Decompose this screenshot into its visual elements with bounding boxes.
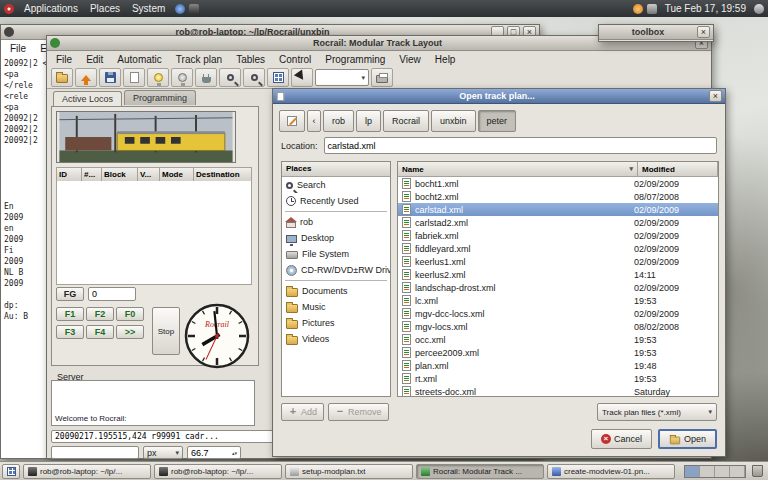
file-row[interactable]: mgv-locs.xml08/02/2008 <box>398 320 718 333</box>
workspace-2[interactable] <box>700 466 715 477</box>
zoom-out-button[interactable] <box>243 68 265 87</box>
loco-column-block[interactable]: Block <box>102 167 138 182</box>
power-off-button[interactable] <box>171 68 193 87</box>
open-track-plan-dialog[interactable]: Open track plan... × ‹ roblpRocrailunxbi… <box>272 88 726 457</box>
file-row[interactable]: carlstad.xml02/09/2009 <box>398 203 718 216</box>
save-button[interactable] <box>99 68 121 87</box>
place-item-search[interactable]: Search <box>282 177 390 193</box>
terminal-launcher-icon[interactable] <box>189 4 199 14</box>
f0-button[interactable]: F0 <box>116 307 144 321</box>
zoom-in-button[interactable] <box>219 68 241 87</box>
menu-automatic[interactable]: Automatic <box>110 53 168 66</box>
file-row[interactable]: landschap-drost.xml02/09/2009 <box>398 281 718 294</box>
task-button-setup-modplan-txt[interactable]: setup-modplan.txt <box>285 464 413 479</box>
type-filename-toggle[interactable] <box>279 110 305 132</box>
cancel-button[interactable]: ×Cancel <box>591 429 652 449</box>
loco-table-body[interactable] <box>56 181 252 285</box>
panel-menu-places[interactable]: Places <box>84 2 126 15</box>
loco-column-mode[interactable]: Mode <box>160 167 194 182</box>
f2-button[interactable]: F2 <box>86 307 114 321</box>
place-item-pictures[interactable]: Pictures <box>282 315 390 331</box>
column-header-modified[interactable]: Modified <box>638 162 718 177</box>
power-on-button[interactable] <box>147 68 169 87</box>
upload-button[interactable] <box>75 68 97 87</box>
task-button-create-modview-01-pn[interactable]: create-modview-01.pn... <box>547 464 675 479</box>
column-header-name[interactable]: Name ▾ <box>398 162 638 177</box>
loco-column-v[interactable]: V... <box>138 167 160 182</box>
path-button-rob[interactable]: rob <box>323 110 354 132</box>
trash-icon[interactable] <box>752 465 763 477</box>
new-plan-button[interactable] <box>123 68 145 87</box>
place-item-videos[interactable]: Videos <box>282 331 390 347</box>
workspace-3[interactable] <box>715 466 730 477</box>
menu-file[interactable]: File <box>49 53 79 66</box>
update-notifier-icon[interactable] <box>633 4 643 14</box>
workspace-1[interactable] <box>685 466 700 477</box>
spinner-arrows-icon[interactable]: ▴▾ <box>232 451 237 455</box>
tab-programming[interactable]: Programming <box>124 90 196 105</box>
place-item-cd-rw-dvd-rw-drive[interactable]: CD-RW/DVD±RW Drive <box>282 262 390 278</box>
zoom-spinner[interactable]: 66.7 ▴▾ <box>187 446 241 459</box>
toolbox-titlebar[interactable]: toolbox × <box>599 25 713 40</box>
place-item-music[interactable]: Music <box>282 299 390 315</box>
toolbox-window[interactable]: toolbox × <box>598 24 714 42</box>
connect-button[interactable] <box>195 68 217 87</box>
loco-column-destination[interactable]: Destination <box>194 167 252 182</box>
path-button-lp[interactable]: lp <box>356 110 381 132</box>
browser-launcher-icon[interactable] <box>175 4 185 14</box>
place-item-file-system[interactable]: File System <box>282 246 390 262</box>
file-row[interactable]: streets-doc.xmlSaturday <box>398 385 718 398</box>
next-loco-button[interactable]: >> <box>116 325 144 339</box>
open-button[interactable]: Open <box>658 429 717 449</box>
file-row[interactable]: fiddleyard.xml02/09/2009 <box>398 242 718 255</box>
print-button[interactable] <box>371 68 393 87</box>
tab-active-locos[interactable]: Active Locos <box>53 91 122 106</box>
volume-icon[interactable] <box>754 4 764 14</box>
task-button-rocrail-modular-track[interactable]: Rocrail: Modular Track ... <box>416 464 544 479</box>
fg-value-field[interactable]: 0 <box>88 287 136 301</box>
menu-help[interactable]: Help <box>428 53 463 66</box>
remove-bookmark-button[interactable]: −Remove <box>328 403 389 421</box>
file-row[interactable]: percee2009.xml19:53 <box>398 346 718 359</box>
file-row[interactable]: rt.xml19:53 <box>398 372 718 385</box>
workspace-switcher[interactable] <box>684 465 746 478</box>
place-item-recently-used[interactable]: Recently Used <box>282 193 390 209</box>
path-button-peter[interactable]: peter <box>478 110 517 132</box>
network-icon[interactable] <box>647 4 657 14</box>
add-bookmark-button[interactable]: +Add <box>281 403 324 421</box>
path-button-rocrail[interactable]: Rocrail <box>383 110 429 132</box>
path-scroll-left-button[interactable]: ‹ <box>307 110 321 132</box>
pointer-button[interactable] <box>291 68 313 87</box>
fg-button[interactable]: FG <box>56 287 84 301</box>
panel-menu-applications[interactable]: Applications <box>18 2 84 15</box>
file-row[interactable]: keerlus2.xml14:11 <box>398 268 718 281</box>
place-item-rob[interactable]: rob <box>282 214 390 230</box>
menu-track-plan[interactable]: Track plan <box>169 53 229 66</box>
location-input[interactable]: carlstad.xml <box>324 137 717 154</box>
terminal-menu-file[interactable]: File <box>3 42 33 55</box>
menu-tables[interactable]: Tables <box>229 53 272 66</box>
menu-programming[interactable]: Programming <box>318 53 392 66</box>
grid-button[interactable] <box>267 68 289 87</box>
task-button-rob-rob-laptop-lp[interactable]: rob@rob-laptop: ~/lp/... <box>154 464 282 479</box>
file-row[interactable]: mgv-dcc-locs.xml02/09/2009 <box>398 307 718 320</box>
menu-edit[interactable]: Edit <box>79 53 110 66</box>
file-type-filter-combo[interactable]: Track plan files (*.xml)▾ <box>597 403 717 421</box>
place-item-documents[interactable]: Documents <box>282 283 390 299</box>
menu-control[interactable]: Control <box>272 53 318 66</box>
status-entry[interactable] <box>51 446 139 459</box>
show-desktop-button[interactable] <box>2 464 20 479</box>
task-button-rob-rob-laptop-lp[interactable]: rob@rob-laptop: ~/lp/... <box>23 464 151 479</box>
file-row[interactable]: occ.xml19:53 <box>398 333 718 346</box>
file-row[interactable]: plan.xml19:48 <box>398 359 718 372</box>
file-row[interactable]: bocht2.xml08/07/2008 <box>398 190 718 203</box>
loco-column-id[interactable]: ID <box>56 167 82 182</box>
open-file-button[interactable] <box>51 68 73 87</box>
loco-column-[interactable]: #... <box>82 167 102 182</box>
dialog-close-icon[interactable]: × <box>709 90 722 102</box>
place-item-desktop[interactable]: Desktop <box>282 230 390 246</box>
menu-view[interactable]: View <box>392 53 428 66</box>
distro-menu-icon[interactable] <box>4 4 14 14</box>
f1-button[interactable]: F1 <box>56 307 84 321</box>
file-row[interactable]: fabriek.xml02/09/2009 <box>398 229 718 242</box>
